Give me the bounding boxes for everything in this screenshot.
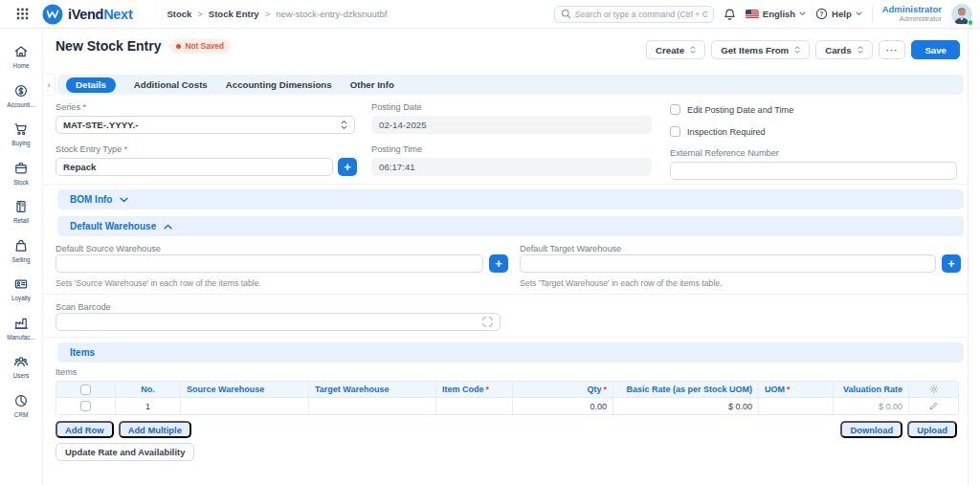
select-all-checkbox[interactable] <box>80 385 91 395</box>
add-multiple-button[interactable]: Add Multiple <box>119 421 191 438</box>
edit-posting-label: Edit Posting Date and Time <box>687 105 793 115</box>
retail-pos-icon <box>13 199 29 214</box>
breadcrumb-stock-entry[interactable]: Stock Entry <box>209 9 259 19</box>
external-reference-value[interactable] <box>678 165 949 176</box>
sidebar-item-manufacturing[interactable]: Manufac... <box>0 316 43 341</box>
scan-barcode-value[interactable] <box>63 317 482 327</box>
help-icon: ? <box>815 8 828 20</box>
bom-info-section-header[interactable]: BOM Info <box>57 189 964 209</box>
add-source-warehouse-button[interactable]: + <box>489 254 508 273</box>
download-button[interactable]: Download <box>840 421 902 438</box>
items-table-label: Items <box>56 367 77 377</box>
sidebar-item-home[interactable]: Home <box>0 44 43 69</box>
items-section-header[interactable]: Items <box>57 342 964 363</box>
add-target-warehouse-button[interactable]: + <box>942 254 961 273</box>
notifications-bell-icon[interactable] <box>724 8 736 21</box>
series-label: Series * <box>56 102 355 112</box>
sidebar-item-buying[interactable]: Buying <box>0 121 43 146</box>
row-uom[interactable] <box>759 398 834 414</box>
sidebar-item-crm[interactable]: CRM <box>0 393 43 418</box>
sidebar-item-loyalty[interactable]: Loyalty <box>0 276 43 301</box>
upload-button[interactable]: Upload <box>907 421 957 438</box>
edit-posting-checkbox[interactable] <box>670 104 680 115</box>
edit-posting-checkbox-row[interactable]: Edit Posting Date and Time <box>670 104 793 115</box>
crm-pie-icon <box>13 393 29 408</box>
cards-button[interactable]: Cards <box>815 40 872 59</box>
sidebar-item-label: Accounti... <box>7 101 34 108</box>
sidebar-item-accounting[interactable]: Accounti... <box>0 83 43 108</box>
breadcrumb-stock[interactable]: Stock <box>167 9 191 19</box>
scrollbar-track[interactable] <box>968 29 980 485</box>
section-divider <box>43 184 968 185</box>
navbar-divider <box>872 6 873 22</box>
row-select-checkbox[interactable] <box>80 401 91 411</box>
language-selector[interactable]: English <box>746 9 806 19</box>
series-select[interactable]: MAT-STE-.YYYY.- <box>56 116 355 134</box>
page-title: New Stock Entry <box>56 38 161 54</box>
gear-icon[interactable] <box>929 385 939 394</box>
default-source-warehouse-value[interactable] <box>63 258 476 269</box>
row-item-code[interactable] <box>436 398 513 414</box>
edit-pencil-icon[interactable] <box>929 402 938 410</box>
items-section-title: Items <box>70 347 95 358</box>
brand-logo[interactable]: iVendNext <box>42 4 132 25</box>
stock-box-icon <box>13 161 29 176</box>
add-row-button[interactable]: Add Row <box>56 421 114 438</box>
section-divider <box>43 294 968 295</box>
sidebar-item-selling[interactable]: Selling <box>0 238 43 263</box>
row-qty[interactable]: 0.00 <box>513 398 613 414</box>
loyalty-card-icon <box>13 276 29 292</box>
top-navbar: iVendNext Stock > Stock Entry > new-stoc… <box>0 0 980 29</box>
header-settings-cell <box>909 382 958 397</box>
create-button[interactable]: Create <box>646 40 705 59</box>
sidebar-item-retail[interactable]: Retail <box>0 199 43 224</box>
default-target-warehouse-input[interactable] <box>520 254 936 273</box>
inspection-required-checkbox-row[interactable]: Inspection Required <box>670 126 766 137</box>
stock-entry-type-value[interactable] <box>63 162 325 172</box>
row-target-warehouse[interactable] <box>309 398 436 414</box>
inspection-required-checkbox[interactable] <box>670 126 680 137</box>
save-button[interactable]: Save <box>911 40 960 59</box>
apps-grid-icon[interactable] <box>16 8 29 20</box>
default-target-warehouse-label: Default Target Warehouse <box>520 244 621 254</box>
more-menu-button[interactable]: ··· <box>879 40 906 59</box>
global-search[interactable] <box>554 6 714 23</box>
add-stock-entry-type-button[interactable]: + <box>338 158 357 176</box>
external-reference-input[interactable] <box>670 162 957 180</box>
posting-time-label: Posting Time <box>371 144 652 154</box>
tab-accounting-dimensions[interactable]: Accounting Dimensions <box>226 79 332 90</box>
sidebar-item-label: Retail <box>13 217 29 224</box>
form-tabs: Details Additional Costs Accounting Dime… <box>57 75 964 95</box>
update-rate-availability-button[interactable]: Update Rate and Availability <box>56 443 194 461</box>
brand-logo-icon <box>42 4 63 25</box>
bom-info-title: BOM Info <box>70 194 112 205</box>
items-table-row[interactable]: 1 0.00 $ 0.00 $ 0.00 <box>56 398 958 414</box>
default-warehouse-section-header[interactable]: Default Warehouse <box>57 216 964 236</box>
stock-entry-type-input[interactable] <box>56 158 333 176</box>
sidebar-item-users[interactable]: Users <box>0 354 43 379</box>
sidebar-expand-toggle[interactable]: › <box>43 75 55 95</box>
user-avatar[interactable] <box>951 4 972 25</box>
row-source-warehouse[interactable] <box>181 398 309 414</box>
tab-details[interactable]: Details <box>66 77 116 93</box>
help-menu[interactable]: ? Help <box>815 8 862 20</box>
select-caret-icon <box>858 45 863 55</box>
barcode-scan-icon[interactable] <box>482 317 493 327</box>
source-warehouse-help: Sets 'Source Warehouse' in each row of t… <box>56 278 261 288</box>
sidebar-item-label: CRM <box>14 411 28 418</box>
online-status-dot <box>968 19 974 26</box>
target-warehouse-help: Sets 'Target Warehouse' in each row of t… <box>520 278 723 288</box>
row-valuation-rate[interactable]: $ 0.00 <box>834 398 909 414</box>
tab-other-info[interactable]: Other Info <box>350 79 394 90</box>
sidebar-item-label: Buying <box>11 140 30 146</box>
tab-additional-costs[interactable]: Additional Costs <box>134 79 208 90</box>
row-basic-rate[interactable]: $ 0.00 <box>613 398 759 414</box>
sidebar-item-stock[interactable]: Stock <box>0 161 43 186</box>
default-target-warehouse-value[interactable] <box>527 258 928 269</box>
user-name: Administrator <box>882 5 942 15</box>
grid-right-buttons: Download Upload <box>840 421 957 438</box>
search-input[interactable] <box>575 10 707 19</box>
default-source-warehouse-input[interactable] <box>56 254 483 273</box>
get-items-from-button[interactable]: Get Items From <box>711 40 810 59</box>
scan-barcode-input[interactable] <box>56 313 501 331</box>
